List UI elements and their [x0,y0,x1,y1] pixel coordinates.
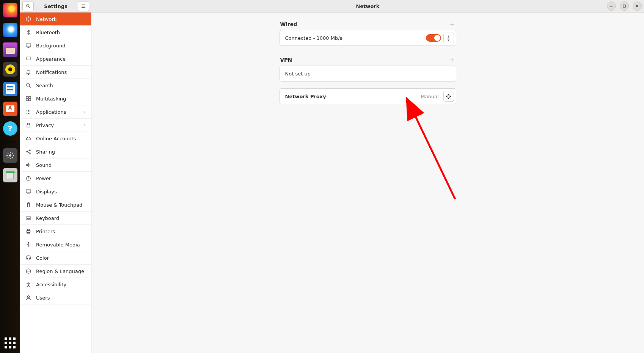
sidebar-item-printers[interactable]: Printers [20,225,91,238]
sidebar-item-accessibility[interactable]: Accessibility [20,278,91,291]
sidebar-item-background[interactable]: Background [20,39,91,52]
globe-icon [25,16,31,22]
network-proxy-settings-button[interactable] [443,91,454,102]
vpn-status-label: Not set up [285,71,311,77]
sidebar-item-label: Multitasking [36,96,66,102]
add-wired-button[interactable] [449,21,456,28]
sidebar-item-online-accounts[interactable]: Online Accounts [20,132,91,145]
window-close-button[interactable] [633,2,642,11]
sidebar-item-label: Removable Media [36,242,80,248]
gear-icon [446,35,451,41]
svg-rect-26 [26,190,31,193]
sidebar-item-label: Appearance [36,56,66,62]
sidebar-item-color[interactable]: Color [20,251,91,265]
sidebar-item-notifications[interactable]: Notifications [20,66,91,79]
wired-section-header: Wired [280,21,456,28]
dock-app-software[interactable] [3,102,17,116]
appearance-icon [25,56,31,62]
search-button[interactable] [22,1,34,11]
sidebar-item-label: Background [36,43,66,49]
chevron-right-icon [83,110,86,114]
svg-rect-30 [27,229,29,231]
sidebar-item-label: Mouse & Touchpad [36,202,82,208]
sidebar-item-label: Applications [36,109,66,115]
plus-icon [449,22,455,27]
svg-point-36 [27,258,28,259]
dock-show-applications[interactable] [4,336,17,349]
svg-point-12 [27,110,27,111]
svg-point-14 [30,110,30,111]
dock-app-thunderbird[interactable] [3,23,17,37]
svg-point-19 [28,113,29,114]
power-icon [25,175,31,181]
sidebar-item-sharing[interactable]: Sharing [20,145,91,158]
dock-app-firefox[interactable] [3,3,17,17]
window-maximize-button[interactable] [620,2,629,11]
dock-app-settings[interactable] [3,148,17,163]
svg-rect-4 [26,44,31,47]
sidebar-item-search[interactable]: Search [20,79,91,92]
wired-toggle[interactable] [426,34,441,42]
maximize-icon [622,4,626,8]
wired-connection-row: Connected - 1000 Mb/s [280,30,456,46]
svg-rect-21 [27,125,30,127]
hamburger-icon [81,3,86,9]
svg-point-18 [27,113,27,114]
network-proxy-title: Network Proxy [285,94,326,99]
close-icon [635,4,639,8]
sidebar-item-sound[interactable]: Sound [20,158,91,172]
dock-app-trash[interactable] [3,168,17,182]
access-icon [25,281,31,287]
sidebar-item-keyboard[interactable]: Keyboard [20,212,91,225]
wired-settings-button[interactable] [443,33,454,43]
gear-icon [446,94,451,99]
sidebar-item-label: Printers [36,229,55,234]
vpn-row: Not set up [280,66,456,82]
dock-app-libreoffice[interactable] [3,82,17,96]
sidebar-item-users[interactable]: Users [20,291,91,304]
search-icon [25,3,31,9]
dock-app-rhythmbox[interactable] [3,62,17,77]
dock-app-help[interactable]: ? [3,121,17,136]
svg-rect-28 [26,217,31,220]
minimize-icon [609,4,613,8]
sidebar-item-privacy[interactable]: Privacy [20,119,91,132]
svg-point-40 [448,37,449,39]
sidebar-item-network[interactable]: Network [20,13,91,26]
titlebar: Settings Network [20,0,644,13]
svg-point-38 [28,282,29,283]
add-vpn-button[interactable] [449,56,456,63]
sidebar-item-bluetooth[interactable]: Bluetooth [20,26,91,39]
bell-icon [25,69,31,75]
network-proxy-row[interactable]: Network Proxy Manual [280,88,456,104]
content-area: Wired Connected - 1000 Mb/s [91,13,644,353]
sidebar-item-region-language[interactable]: Region & Language [20,265,91,278]
multitask-icon [25,96,31,102]
svg-point-1 [26,4,29,7]
sidebar-item-power[interactable]: Power [20,172,91,185]
sidebar-item-label: Notifications [36,69,67,75]
dock-app-files[interactable] [3,42,17,57]
svg-point-33 [27,257,28,257]
dock: ? [0,0,20,353]
sidebar-item-label: Users [36,295,50,301]
sidebar-item-displays[interactable]: Displays [20,185,91,198]
sidebar-item-label: Sharing [36,149,55,155]
sidebar-item-label: Privacy [36,122,54,128]
svg-point-35 [29,258,30,259]
svg-rect-2 [623,5,625,7]
window-minimize-button[interactable] [607,2,616,11]
vpn-section-header: VPN [280,56,456,63]
sidebar-item-label: Search [36,83,53,88]
hamburger-button[interactable] [78,1,89,11]
sidebar-item-multitasking[interactable]: Multitasking [20,92,91,105]
keyboard-icon [25,215,31,221]
chevron-right-icon [83,123,86,127]
plus-icon [449,57,455,63]
sidebar-item-applications[interactable]: Applications [20,105,91,119]
sidebar[interactable]: NetworkBluetoothBackgroundAppearanceNoti… [20,13,91,353]
sidebar-item-label: Accessibility [36,282,66,287]
sidebar-item-appearance[interactable]: Appearance [20,52,91,66]
sidebar-item-mouse-touchpad[interactable]: Mouse & Touchpad [20,198,91,212]
sidebar-item-removable-media[interactable]: Removable Media [20,238,91,251]
